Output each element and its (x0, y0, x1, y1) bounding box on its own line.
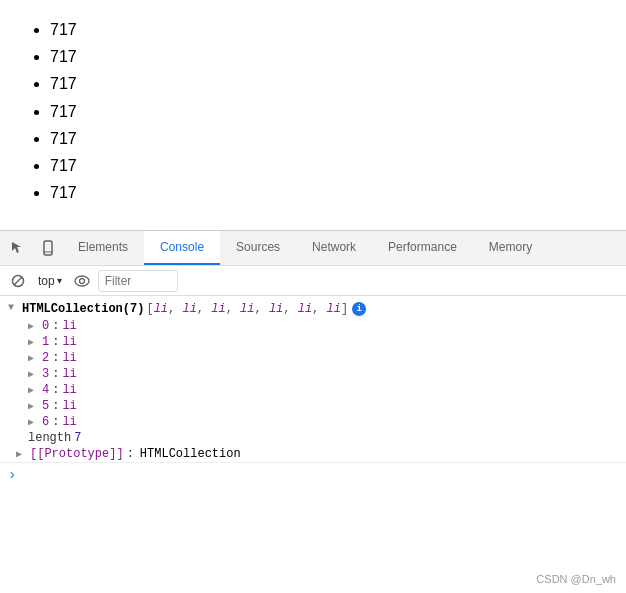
list-item: 717 (50, 98, 606, 125)
prop-value: li (62, 335, 76, 349)
list-item: 717 (50, 125, 606, 152)
prop-item-4[interactable]: ▶ 4 : li (0, 382, 626, 398)
length-property: length 7 (0, 430, 626, 446)
bullet-list: 717717717717717717717 (20, 16, 606, 206)
expand-arrow-icon[interactable]: ▶ (28, 400, 38, 412)
expand-arrow-icon[interactable]: ▶ (28, 352, 38, 364)
svg-point-5 (79, 278, 84, 283)
prototype-label: [[Prototype]] (30, 447, 124, 461)
eye-icon[interactable] (70, 269, 94, 293)
length-label: length (28, 431, 71, 445)
prop-key: 4 (42, 383, 49, 397)
prop-value: li (62, 351, 76, 365)
prop-item-6[interactable]: ▶ 6 : li (0, 414, 626, 430)
prop-item-3[interactable]: ▶ 3 : li (0, 366, 626, 382)
expand-arrow-icon[interactable]: ▶ (28, 416, 38, 428)
prop-key: 3 (42, 367, 49, 381)
expand-arrow-icon[interactable]: ▶ (28, 336, 38, 348)
prop-key: 5 (42, 399, 49, 413)
prop-value: li (62, 415, 76, 429)
list-item: 717 (50, 43, 606, 70)
collection-preview: [li, li, li, li, li, li, li] (146, 302, 348, 316)
prop-item-0[interactable]: ▶ 0 : li (0, 318, 626, 334)
svg-point-4 (75, 276, 89, 286)
watermark: CSDN @Dn_wh (536, 573, 616, 585)
prop-value: li (62, 383, 76, 397)
clear-console-button[interactable] (6, 269, 30, 293)
prop-key: 6 (42, 415, 49, 429)
length-value: 7 (74, 431, 81, 445)
device-toolbar-button[interactable] (34, 234, 62, 262)
devtools-toolbar: Elements Console Sources Network Perform… (0, 231, 626, 266)
prop-item-2[interactable]: ▶ 2 : li (0, 350, 626, 366)
expand-arrow-icon[interactable]: ▶ (28, 320, 38, 332)
tab-console[interactable]: Console (144, 231, 220, 265)
prop-value: li (62, 399, 76, 413)
svg-rect-0 (44, 241, 52, 255)
expand-arrow-icon[interactable]: ▶ (28, 384, 38, 396)
tab-elements[interactable]: Elements (62, 231, 144, 265)
prototype-value: HTMLCollection (140, 447, 241, 461)
tab-memory[interactable]: Memory (473, 231, 548, 265)
console-prompt[interactable]: › (0, 462, 626, 487)
html-collection-root[interactable]: ▼ HTMLCollection(7) [li, li, li, li, li,… (0, 300, 626, 318)
prop-value: li (62, 367, 76, 381)
tab-sources[interactable]: Sources (220, 231, 296, 265)
devtools-panel: Elements Console Sources Network Perform… (0, 230, 626, 593)
console-secondary-toolbar: top ▾ (0, 266, 626, 296)
prompt-arrow-icon: › (8, 467, 16, 483)
page-content: 717717717717717717717 (0, 0, 626, 230)
prop-item-5[interactable]: ▶ 5 : li (0, 398, 626, 414)
prop-item-1[interactable]: ▶ 1 : li (0, 334, 626, 350)
tab-network[interactable]: Network (296, 231, 372, 265)
expand-arrow-icon[interactable]: ▼ (8, 302, 18, 313)
prop-key: 1 (42, 335, 49, 349)
expand-arrow-icon[interactable]: ▶ (28, 368, 38, 380)
svg-line-3 (14, 277, 22, 285)
list-item: 717 (50, 179, 606, 206)
prototype-property[interactable]: ▶ [[Prototype]] : HTMLCollection (0, 446, 626, 462)
collection-label: HTMLCollection(7) (22, 302, 144, 316)
inspect-element-button[interactable] (4, 234, 32, 262)
dropdown-arrow-icon: ▾ (57, 275, 62, 286)
prop-key: 2 (42, 351, 49, 365)
prop-key: 0 (42, 319, 49, 333)
context-dropdown[interactable]: top ▾ (34, 272, 66, 290)
info-icon[interactable]: i (352, 302, 366, 316)
filter-input[interactable] (98, 270, 178, 292)
prop-value: li (62, 319, 76, 333)
list-item: 717 (50, 152, 606, 179)
expand-arrow-icon[interactable]: ▶ (16, 448, 26, 460)
list-item: 717 (50, 70, 606, 97)
list-item: 717 (50, 16, 606, 43)
tab-performance[interactable]: Performance (372, 231, 473, 265)
console-output: ▼ HTMLCollection(7) [li, li, li, li, li,… (0, 296, 626, 593)
